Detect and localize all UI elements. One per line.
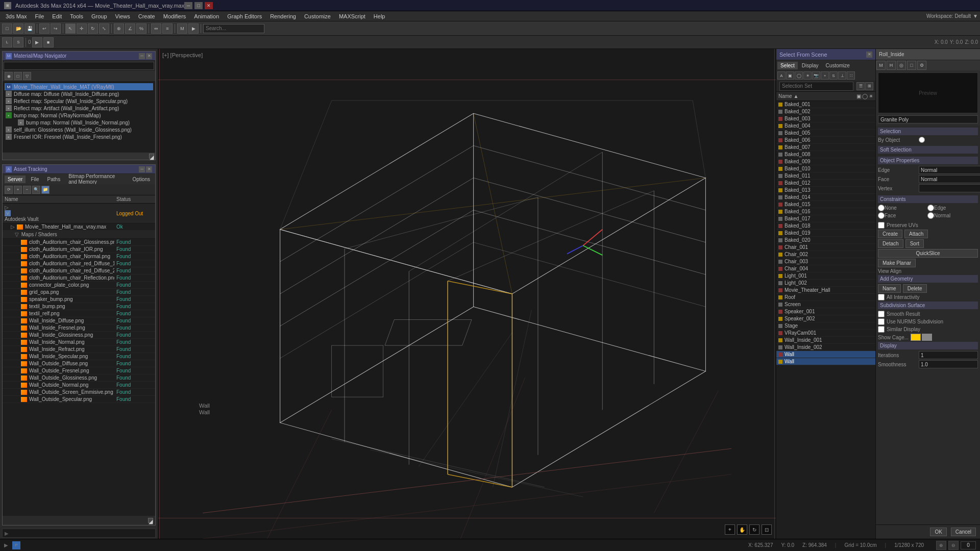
- menu-graph-editors[interactable]: Graph Editors: [224, 12, 265, 20]
- props-ok-btn[interactable]: OK: [930, 528, 946, 536]
- menu-customize[interactable]: Customize: [301, 12, 334, 20]
- props-color-swatch-gray[interactable]: [922, 334, 932, 341]
- asset-row-maps-group[interactable]: ▽ Maps / Shaders: [3, 231, 155, 239]
- close-button[interactable]: ✕: [205, 2, 213, 9]
- menu-3dsmax[interactable]: 3ds Max: [2, 12, 31, 20]
- asset-tab-file[interactable]: File: [28, 176, 42, 183]
- scene-item-23[interactable]: Chair_004: [776, 265, 875, 272]
- status-btn-1[interactable]: ⊕: [936, 541, 946, 550]
- asset-map-row-2[interactable]: cloth_Auditorium_chair_Normal.png Found: [3, 253, 155, 260]
- mat-tool-2[interactable]: □: [14, 72, 22, 80]
- scene-item-15[interactable]: Baked_016: [776, 208, 875, 215]
- scene-item-16[interactable]: Baked_017: [776, 215, 875, 222]
- menu-group[interactable]: Group: [88, 12, 111, 20]
- menu-file[interactable]: File: [32, 12, 48, 20]
- sfscene-geo-btn[interactable]: ▣: [786, 71, 794, 80]
- asset-map-row-10[interactable]: textil_relf.png Found: [3, 310, 155, 317]
- new-btn[interactable]: □: [2, 23, 12, 34]
- workspace-selector[interactable]: Workspace: Default ▼: [926, 13, 978, 19]
- sfscene-particle-btn[interactable]: ∷: [847, 71, 855, 80]
- props-constraints-title[interactable]: Constraints: [878, 195, 978, 203]
- material-search-input[interactable]: [4, 62, 154, 70]
- mirror-btn[interactable]: ⇔: [151, 23, 161, 34]
- menu-tools[interactable]: Tools: [66, 12, 87, 20]
- mat-node-1[interactable]: ▪ Diffuse map: Diffuse (Wall_Inside_Diff…: [5, 90, 153, 97]
- scene-item-33[interactable]: Wall_Inside_001: [776, 337, 875, 344]
- asset-map-row-14[interactable]: Wall_Inside_Normal.png Found: [3, 339, 155, 346]
- props-similar-check[interactable]: [878, 326, 885, 333]
- sfscene-helper-btn[interactable]: +: [821, 71, 829, 80]
- scene-item-8[interactable]: Baked_009: [776, 158, 875, 165]
- mat-panel-resize[interactable]: ◢: [149, 154, 154, 159]
- scene-item-18[interactable]: Baked_019: [776, 230, 875, 237]
- asset-map-row-8[interactable]: speaker_bump.png Found: [3, 296, 155, 303]
- props-objprops-title[interactable]: Object Properties: [878, 157, 978, 164]
- open-btn[interactable]: 📂: [13, 23, 23, 34]
- scene-item-32[interactable]: VRayCam001: [776, 330, 875, 337]
- props-selection-title[interactable]: Selection: [878, 128, 978, 135]
- asset-map-row-7[interactable]: grid_opa.png Found: [3, 289, 155, 296]
- sfscene-close-btn[interactable]: ✕: [866, 52, 872, 58]
- asset-panel-close[interactable]: ✕: [146, 166, 152, 172]
- props-name-btn[interactable]: Name: [878, 284, 901, 293]
- asset-map-row-12[interactable]: Wall_Inside_Fresnel.png Found: [3, 324, 155, 332]
- props-smooth-val-input[interactable]: [919, 360, 978, 368]
- asset-tab-paths[interactable]: Paths: [44, 176, 64, 183]
- asset-map-row-21[interactable]: Wall_Outside_Screen_Emmisive.png Found: [3, 389, 155, 396]
- props-tab-modify[interactable]: M: [876, 61, 886, 70]
- asset-panel-minimize[interactable]: ─: [139, 166, 145, 172]
- props-none-radio[interactable]: [878, 205, 885, 211]
- scene-item-4[interactable]: Baked_005: [776, 130, 875, 137]
- maps-expand-icon[interactable]: ▽: [15, 232, 19, 237]
- asset-map-row-22[interactable]: Wall_Outside_Specular.png Found: [3, 396, 155, 403]
- scene-item-24[interactable]: Light_001: [776, 272, 875, 280]
- scene-item-34[interactable]: Wall_Inside_002: [776, 344, 875, 351]
- material-panel-minimize[interactable]: ─: [139, 53, 145, 59]
- scene-item-30[interactable]: Speaker_002: [776, 315, 875, 322]
- props-softsel-title[interactable]: Soft Selection: [878, 146, 978, 154]
- asset-map-row-4[interactable]: cloth_Auditorium_chair_red_Diffuse_2.png…: [3, 267, 155, 274]
- menu-views[interactable]: Views: [112, 12, 134, 20]
- asset-row-vault[interactable]: ▷ V Autodesk Vault Logged Out: [3, 204, 155, 223]
- pan-btn[interactable]: ✋: [737, 524, 747, 535]
- menu-rendering[interactable]: Rendering: [266, 12, 300, 20]
- asset-map-row-9[interactable]: textil_bump.png Found: [3, 303, 155, 310]
- scene-explorer-btn[interactable]: S: [13, 37, 23, 47]
- scene-item-22[interactable]: Chair_003: [776, 258, 875, 265]
- props-edge-radio[interactable]: [927, 205, 934, 211]
- scene-item-17[interactable]: Baked_018: [776, 222, 875, 230]
- asset-tb-5[interactable]: 📁: [41, 186, 50, 194]
- props-face-input[interactable]: [919, 175, 980, 183]
- scene-item-6[interactable]: Baked_007: [776, 144, 875, 151]
- sfscene-tab-customize[interactable]: Customize: [823, 62, 853, 69]
- asset-map-row-16[interactable]: Wall_Inside_Specular.png Found: [3, 353, 155, 360]
- status-btn-2[interactable]: ⊖: [948, 541, 959, 550]
- menu-edit[interactable]: Edit: [48, 12, 65, 20]
- props-normal-radio[interactable]: [927, 212, 934, 219]
- scene-item-10[interactable]: Baked_011: [776, 172, 875, 180]
- props-create-btn[interactable]: Create: [878, 230, 902, 238]
- scene-item-14[interactable]: Baked_015: [776, 201, 875, 208]
- asset-map-row-6[interactable]: connector_plate_color.png Found: [3, 282, 155, 289]
- snap-btn[interactable]: ⊕: [114, 23, 124, 34]
- asset-tab-server[interactable]: Server: [5, 176, 26, 183]
- orbit-btn[interactable]: ↻: [749, 524, 760, 535]
- menu-help[interactable]: Help: [370, 12, 389, 20]
- asset-map-row-11[interactable]: Wall_Inside_Diffuse.png Found: [3, 317, 155, 324]
- sfscene-bone-btn[interactable]: ⊥: [838, 71, 846, 80]
- sfscene-shape-btn[interactable]: ◯: [795, 71, 803, 80]
- restore-button[interactable]: □: [194, 2, 203, 9]
- props-tab-utilities[interactable]: ⚙: [917, 61, 926, 70]
- props-cancel-btn[interactable]: Cancel: [951, 528, 976, 536]
- play-btn[interactable]: ▶: [32, 37, 42, 47]
- scene-item-1[interactable]: Baked_002: [776, 108, 875, 115]
- asset-map-row-5[interactable]: cloth_Auditorium_chair_Reflection.png Fo…: [3, 274, 155, 282]
- scene-item-31[interactable]: Stage: [776, 322, 875, 330]
- zoom-btn[interactable]: ⌖: [725, 524, 735, 535]
- maximize-viewport-btn[interactable]: ⊡: [762, 524, 772, 535]
- scene-item-5[interactable]: Baked_006: [776, 137, 875, 144]
- scene-item-36[interactable]: Wall: [776, 358, 875, 365]
- props-quickslice-btn[interactable]: QuickSlice: [878, 249, 978, 258]
- scene-item-19[interactable]: Baked_020: [776, 237, 875, 244]
- props-by-object-radio[interactable]: [919, 137, 925, 143]
